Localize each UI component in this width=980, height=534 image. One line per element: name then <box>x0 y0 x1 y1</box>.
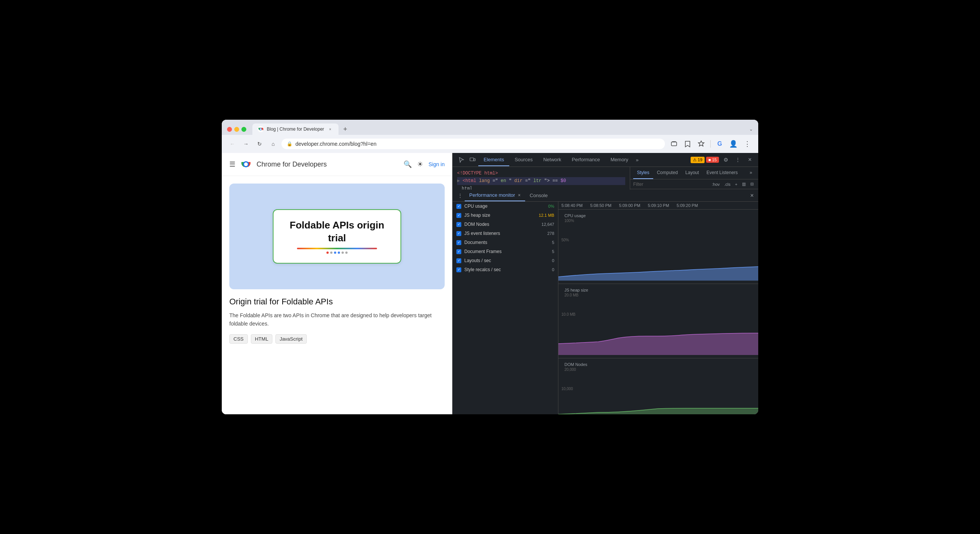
perf-checkbox[interactable] <box>457 231 461 236</box>
address-bar[interactable]: 🔒 developer.chrome.com/blog?hl=en <box>282 138 665 149</box>
network-tab[interactable]: Network <box>538 154 567 166</box>
style-filter-bar: :hov .cls + ▥ ⊟ <box>630 180 758 189</box>
perf-panel-close-button[interactable]: × <box>749 191 755 200</box>
tag-html[interactable]: HTML <box>251 334 272 344</box>
chart-section-label: JS heap size <box>562 287 591 293</box>
style-filter-input[interactable] <box>633 182 710 187</box>
pseudo-class-button[interactable]: :hov <box>710 181 721 187</box>
device-icon[interactable] <box>467 153 478 167</box>
devtools-settings-button[interactable]: ⚙ <box>721 154 731 165</box>
perf-metric-label: Document Frames <box>464 249 536 254</box>
tab-overflow-button[interactable]: ⌄ <box>749 127 753 132</box>
computed-tab[interactable]: Computed <box>653 167 681 179</box>
chart-canvas <box>558 243 758 281</box>
doctype-line: <!DOCTYPE html> <box>457 170 625 177</box>
perf-menu-icon[interactable]: ⋮ <box>456 190 465 201</box>
perf-metric-item: DOM Nodes 12,647 <box>453 220 558 229</box>
site-header: ☰ Chrome for Developers 🔍 ☀ Sign in <box>222 153 452 176</box>
tag-javascript[interactable]: JavaScript <box>275 334 307 344</box>
performance-tab[interactable]: Performance <box>567 154 605 166</box>
reload-button[interactable]: ↻ <box>254 138 265 149</box>
extension-button[interactable] <box>695 138 707 150</box>
styles-tab[interactable]: Styles <box>633 167 653 179</box>
perf-checkbox[interactable] <box>457 249 461 254</box>
perf-metric-item: JS heap size 12.1 MB <box>453 211 558 220</box>
maximize-traffic-light[interactable] <box>242 127 246 132</box>
tab-close-button[interactable]: × <box>327 126 333 132</box>
event-listeners-tab[interactable]: Event Listeners <box>703 167 741 179</box>
perf-metric-label: DOM Nodes <box>464 222 536 227</box>
perf-checkbox[interactable] <box>457 267 461 272</box>
browser-menu-button[interactable]: ⋮ <box>741 138 753 150</box>
elements-tab[interactable]: Elements <box>478 154 509 166</box>
style-more-tabs[interactable]: » <box>746 167 755 179</box>
perf-checkbox[interactable] <box>457 204 461 209</box>
close-traffic-light[interactable] <box>227 127 232 132</box>
profile-button[interactable]: 👤 <box>727 138 739 150</box>
screenshot-button[interactable] <box>668 138 680 150</box>
perf-metric-item: JS event listeners 278 <box>453 229 558 238</box>
perf-tab-bar: ⋮ Performance monitor × Console × <box>453 189 758 202</box>
sources-tab[interactable]: Sources <box>509 154 538 166</box>
toggle-class-button[interactable]: ▥ <box>740 181 747 187</box>
html-tag-line[interactable]: ▶ <html lang =" en " dir =" ltr "> == $0 <box>457 177 625 185</box>
perf-checkbox[interactable] <box>457 258 461 263</box>
inspector-icon[interactable] <box>456 153 467 167</box>
warnings-badge[interactable]: ⚠ 19 <box>690 157 705 163</box>
search-icon[interactable]: 🔍 <box>404 160 412 168</box>
perf-checkbox[interactable] <box>457 222 461 227</box>
perf-tab-close-button[interactable]: × <box>518 192 520 198</box>
sign-in-button[interactable]: Sign in <box>428 161 445 167</box>
minimize-traffic-light[interactable] <box>234 127 239 132</box>
google-button[interactable]: G <box>714 138 726 150</box>
back-button[interactable]: ← <box>227 138 238 149</box>
charts-scroll: CPU usage 100% 50% <box>558 210 758 414</box>
perf-checkbox[interactable] <box>457 240 461 245</box>
time-label-2: 5:08:50 PM <box>590 203 611 208</box>
screenshot-icon <box>671 140 678 147</box>
tag-css[interactable]: CSS <box>229 334 248 344</box>
perf-metric-value: 5 <box>539 249 554 254</box>
home-button[interactable]: ⌂ <box>268 138 278 149</box>
perf-metric-value: 0 <box>539 258 554 263</box>
tab-bar: Blog | Chrome for Developer × + <box>252 124 746 135</box>
memory-tab[interactable]: Memory <box>605 154 633 166</box>
errors-badge[interactable]: ■ 15 <box>706 157 719 163</box>
extension-icon <box>698 140 705 147</box>
bottom-panels: CPU usage 0% JS heap size 12.1 MB DOM No… <box>453 202 758 414</box>
traffic-lights <box>227 127 246 132</box>
bookmark-button[interactable] <box>681 138 694 150</box>
warning-count: 19 <box>698 157 702 162</box>
devtools-right-actions: ⚠ 19 ■ 15 ⚙ ⋮ × <box>690 154 755 165</box>
more-tabs-button[interactable]: » <box>633 154 641 166</box>
devtools-close-button[interactable]: × <box>745 154 755 165</box>
perf-metric-label: CPU usage <box>464 203 536 209</box>
hamburger-menu-icon[interactable]: ☰ <box>229 160 235 168</box>
new-tab-button[interactable]: + <box>340 124 351 134</box>
chart-sub-label1: 20.0 MB <box>562 293 591 297</box>
perf-tab-label: Performance monitor <box>469 192 515 198</box>
add-style-button[interactable]: + <box>734 181 739 187</box>
console-tab[interactable]: Console <box>525 190 552 201</box>
devtools-more-button[interactable]: ⋮ <box>733 154 743 165</box>
filter-actions: :hov .cls + ▥ ⊟ <box>710 181 755 187</box>
doctype-tag: <!DOCTYPE html> <box>457 171 498 176</box>
dot-blue2 <box>338 251 340 254</box>
svg-point-3 <box>260 129 261 130</box>
blog-card-inner: Foldable APIs origin trial <box>273 209 401 264</box>
layout-button[interactable]: ⊟ <box>749 181 755 187</box>
blog-card[interactable]: Foldable APIs origin trial <box>229 184 445 289</box>
perf-metric-label: Documents <box>464 240 536 245</box>
layout-tab[interactable]: Layout <box>681 167 703 179</box>
svg-rect-4 <box>671 142 677 146</box>
performance-monitor-tab[interactable]: Performance monitor × <box>465 189 525 201</box>
chart-canvas <box>558 392 758 414</box>
forward-button[interactable]: → <box>241 138 251 149</box>
perf-metric-item: Documents 5 <box>453 238 558 247</box>
active-tab[interactable]: Blog | Chrome for Developer × <box>252 124 339 135</box>
website-panel: ☰ Chrome for Developers 🔍 ☀ Sign in <box>222 153 452 414</box>
perf-checkbox[interactable] <box>457 213 461 218</box>
pseudo-element-button[interactable]: .cls <box>723 181 732 187</box>
html-breadcrumb: html <box>457 185 625 189</box>
theme-toggle-icon[interactable]: ☀ <box>417 160 423 168</box>
